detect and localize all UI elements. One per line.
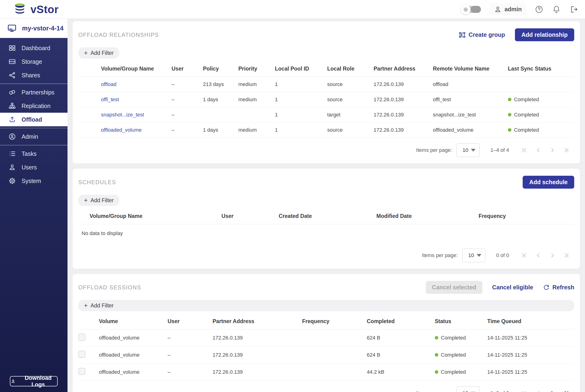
volume-link[interactable]: offload <box>101 81 116 87</box>
page-range: 1–3 of 3 <box>490 390 509 392</box>
empty-state-text: No data to display <box>78 224 574 243</box>
table-header-row: Volume/Group Name User Created Date Modi… <box>78 208 574 224</box>
sidebar-item-shares[interactable]: Shares <box>0 68 68 82</box>
sidebar-item-partnerships[interactable]: Partnerships <box>0 86 68 99</box>
help-icon[interactable] <box>535 5 543 14</box>
status-badge: Completed <box>508 127 539 133</box>
server-selector[interactable]: my-vstor-4-14 <box>0 19 68 38</box>
vstor-logo-icon <box>14 2 27 16</box>
last-page-icon[interactable] <box>563 147 570 154</box>
plus-icon: + <box>84 197 88 204</box>
items-per-page-select[interactable]: 10 <box>456 386 480 392</box>
relationships-add-filter-button[interactable]: + Add Filter <box>78 47 119 58</box>
status-badge: Completed <box>508 96 539 103</box>
last-page-icon[interactable] <box>563 252 570 259</box>
sidebar-item-offload[interactable]: Offload <box>0 113 68 126</box>
row-checkbox[interactable] <box>78 351 85 358</box>
next-page-icon[interactable] <box>549 252 556 259</box>
sidebar-nav: Dashboard Storage Shares <box>0 38 68 188</box>
add-schedule-button[interactable]: Add schedule <box>523 176 574 188</box>
status-dot-icon <box>435 370 438 374</box>
refresh-button[interactable]: Refresh <box>543 284 574 291</box>
logout-icon[interactable] <box>570 5 578 14</box>
offload-sessions-card: OFFLOAD SESSIONS Cancel selected Cancel … <box>73 274 580 392</box>
column-header: Created Date <box>279 208 376 224</box>
next-page-icon[interactable] <box>549 147 556 154</box>
download-logs-button[interactable]: Download Logs <box>10 376 58 386</box>
first-page-icon[interactable] <box>521 390 528 392</box>
user-name: admin <box>504 6 522 13</box>
offload-upload-icon <box>8 116 16 123</box>
sidebar-item-label: Shares <box>22 72 40 79</box>
system-gear-icon <box>8 177 16 185</box>
column-header: User <box>172 61 203 77</box>
items-per-page-select[interactable]: 10 <box>462 248 486 262</box>
column-header: Frequency <box>302 314 367 330</box>
tasks-list-icon <box>8 150 16 158</box>
sidebar-item-admin[interactable]: Admin <box>0 130 68 144</box>
server-name: my-vstor-4-14 <box>22 25 64 32</box>
prev-page-icon[interactable] <box>535 252 542 259</box>
column-header: Partner Address <box>212 314 302 330</box>
volume-link[interactable]: snapshot...ize_test <box>101 112 144 118</box>
table-row: offl_test – 1 days medium 1 source 172.2… <box>78 92 574 107</box>
relationships-title: OFFLOAD RELATIONSHIPS <box>78 32 159 38</box>
users-icon <box>8 164 16 171</box>
sidebar-item-replication[interactable]: Replication <box>0 99 68 113</box>
sessions-add-filter-button[interactable]: + Add Filter <box>78 300 574 311</box>
logo-text: vStor <box>30 3 58 16</box>
download-icon <box>10 378 16 384</box>
column-header: Volume/Group Name <box>78 208 222 224</box>
column-header: Time Queued <box>487 314 574 330</box>
column-header: Volume/Group Name <box>101 61 172 77</box>
column-header: Partner Address <box>374 61 433 77</box>
row-checkbox[interactable] <box>78 368 85 375</box>
first-page-icon[interactable] <box>521 147 528 154</box>
theme-toggle[interactable] <box>461 5 481 14</box>
column-header: Status <box>435 314 487 330</box>
sidebar-item-dashboard[interactable]: Dashboard <box>0 41 68 55</box>
admin-icon <box>8 133 16 140</box>
sidebar-item-users[interactable]: Users <box>0 160 68 174</box>
column-header: Frequency <box>478 208 574 224</box>
table-header-row: Volume User Partner Address Frequency Co… <box>78 314 574 330</box>
chevron-down-icon <box>471 149 476 152</box>
table-row: offloaded_volume – 1 days medium 1 sourc… <box>78 122 574 138</box>
schedules-add-filter-button[interactable]: + Add Filter <box>78 195 119 206</box>
add-relationship-button[interactable]: Add relationship <box>515 28 574 41</box>
storage-icon <box>8 58 16 65</box>
row-checkbox[interactable] <box>78 334 85 341</box>
create-group-button[interactable]: Create group <box>459 32 505 38</box>
table-row: offloaded_volume – 172.26.0.139 624 B Co… <box>78 346 574 364</box>
cancel-selected-button[interactable]: Cancel selected <box>426 281 482 294</box>
next-page-icon[interactable] <box>549 390 556 392</box>
notifications-bell-icon[interactable] <box>552 5 560 14</box>
dashboard-icon <box>8 44 16 52</box>
column-header: Remote Volume Name <box>433 61 508 77</box>
sidebar-item-tasks[interactable]: Tasks <box>0 147 68 160</box>
volume-link[interactable]: offl_test <box>101 96 119 102</box>
status-badge: Completed <box>435 352 466 358</box>
volume-link[interactable]: offloaded_volume <box>101 127 142 133</box>
status-dot-icon <box>508 113 512 116</box>
first-page-icon[interactable] <box>521 252 528 259</box>
prev-page-icon[interactable] <box>535 147 542 154</box>
sun-icon <box>461 5 470 14</box>
column-header: Local Pool ID <box>275 61 327 77</box>
user-menu[interactable]: admin <box>490 3 526 16</box>
group-icon <box>459 32 466 38</box>
plus-icon: + <box>84 50 88 56</box>
sidebar-item-storage[interactable]: Storage <box>0 55 68 68</box>
cancel-eligible-button[interactable]: Cancel eligible <box>492 284 533 291</box>
sidebar-item-system[interactable]: System <box>0 174 68 188</box>
items-per-page-select[interactable]: 10 <box>456 144 480 157</box>
prev-page-icon[interactable] <box>535 390 542 392</box>
sidebar-divider <box>0 145 68 145</box>
last-page-icon[interactable] <box>563 390 570 392</box>
topbar: vStor admin <box>0 0 585 19</box>
column-header: Policy <box>203 61 238 77</box>
table-row: offload – 213 days medium 1 source 172.2… <box>78 77 574 92</box>
table-row: offloaded_volume – 172.26.0.139 624 B Co… <box>78 330 574 346</box>
schedules-table: Volume/Group Name User Created Date Modi… <box>78 208 574 224</box>
page-range: 0 of 0 <box>496 252 509 258</box>
